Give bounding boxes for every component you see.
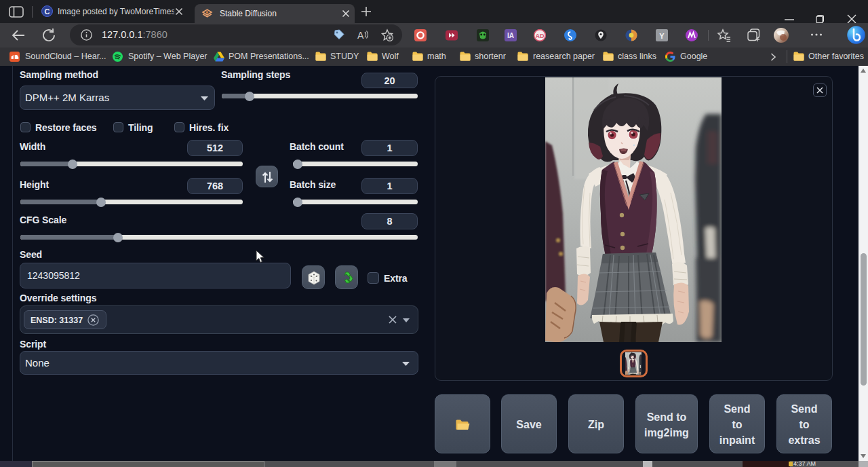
svg-text:C: C — [45, 7, 50, 16]
svg-text:AD: AD — [536, 33, 545, 39]
svg-text:Y: Y — [659, 32, 665, 40]
svg-text:A: A — [357, 30, 364, 41]
svg-text:IA: IA — [507, 32, 514, 39]
